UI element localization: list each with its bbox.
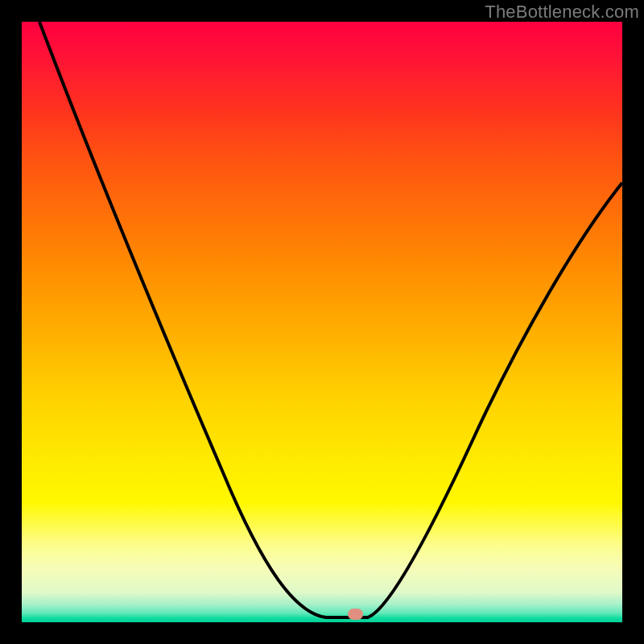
plot-area — [22, 22, 622, 622]
watermark-text: TheBottleneck.com — [485, 2, 639, 23]
curve-layer — [22, 22, 622, 622]
optimal-point-marker — [348, 609, 363, 620]
bottleneck-curve — [39, 22, 622, 617]
chart-frame: TheBottleneck.com — [0, 0, 644, 644]
